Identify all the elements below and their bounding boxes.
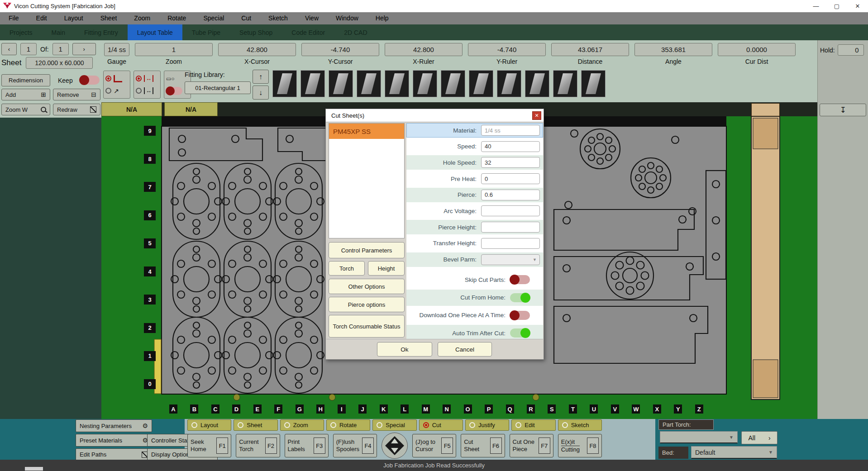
mode-radio-button[interactable]: Justify [465,419,509,431]
toggle-switch[interactable] [510,293,530,302]
all-torches-button[interactable]: All › [741,431,777,444]
close-button[interactable]: ✕ [847,0,868,12]
fitting-thumb-5[interactable] [385,70,409,97]
prev-sheet-button[interactable]: ‹ [1,43,17,55]
function-button[interactable]: CutSheet F6 [461,434,505,457]
parameter-input[interactable] [481,173,540,184]
jog-diamond-button[interactable] [382,433,408,459]
preset-materials-button[interactable]: Preset Materials⚙ [76,434,152,447]
redimension-button[interactable]: Redimension [1,74,50,86]
mode-radio-button[interactable]: Edit [511,419,555,431]
dialog-side-button[interactable]: Height [368,261,405,276]
fitting-thumb-7[interactable] [441,70,465,97]
hold-field[interactable]: 0 [838,44,864,56]
fitting-thumb-1[interactable] [272,70,297,97]
dialog-close-button[interactable]: ✕ [532,111,541,120]
fitting-thumb-2[interactable] [300,70,325,97]
fitting-thumb-10[interactable] [525,70,549,97]
menu-item[interactable]: File [0,12,28,24]
bed-select[interactable]: Default ▼ [691,446,777,459]
toggle-switch[interactable] [510,328,530,338]
drop-to-bottom-button[interactable]: ↧ [820,104,866,116]
next-sheet-button[interactable]: › [72,43,96,55]
menu-item[interactable]: Window [327,12,367,24]
tab[interactable]: Projects [0,24,42,40]
na-tab-right[interactable]: N/A [164,102,218,116]
function-button[interactable]: Cut OnePiece F7 [510,434,553,457]
tab[interactable]: 2D CAD [334,24,377,40]
mode-radio-button[interactable]: Cut [419,419,463,431]
menu-item[interactable]: Sketch [260,12,296,24]
function-button[interactable]: (J)og toCursor F5 [412,434,456,457]
fitting-thumb-3[interactable] [329,70,353,97]
parameter-input[interactable] [481,205,540,216]
menu-item[interactable]: Rotate [159,12,195,24]
dialog-side-button[interactable]: Control Parameters [329,242,405,258]
outer-dimension-option[interactable]: ↔ [136,73,158,84]
mode-radio-button[interactable]: Sheet [234,419,277,431]
menu-item[interactable]: Cut [233,12,260,24]
parameter-input[interactable] [481,190,540,200]
function-button[interactable]: CurrentTorch F2 [236,434,280,457]
menu-item[interactable]: Edit [28,12,56,24]
fitting-thumb-12[interactable] [581,70,606,97]
remove-sheet-button[interactable]: Remove⊟ [53,89,100,100]
sheet-total-field[interactable]: 1 [52,43,69,55]
function-button[interactable]: E(x)itCutting F8 [558,434,602,457]
dialog-side-button[interactable]: Other Options [329,279,405,294]
mode-radio-button[interactable]: Rotate [326,419,370,431]
tab[interactable]: Setup Shop [230,24,282,40]
function-button[interactable]: SeekHome F1 [187,434,231,457]
dialog-side-button[interactable]: Pierce options [329,297,405,312]
fitting-thumb-9[interactable] [497,70,521,97]
toggle-switch[interactable] [510,275,530,284]
dialog-title-bar[interactable]: Cut Sheet(s) ✕ [326,109,544,122]
cancel-button[interactable]: Cancel [438,342,492,357]
menu-item[interactable]: Help [367,12,397,24]
fitting-scroll-down-button[interactable]: ↓ [253,86,269,100]
parameter-input[interactable] [481,222,540,233]
toggle-switch[interactable] [510,311,530,320]
angle-mode-option[interactable]: ↗ [105,86,128,96]
torch-list[interactable]: PM45XP SS [329,123,405,238]
ok-button[interactable]: Ok [377,342,432,357]
mode-radio-button[interactable]: Zoom [280,419,324,431]
fitting-thumb-8[interactable] [469,70,493,97]
menu-item[interactable]: Zoom [125,12,159,24]
tab[interactable]: Main [42,24,75,40]
add-sheet-button[interactable]: Add⊞ [1,89,50,100]
tab[interactable]: Layout Table [128,24,182,40]
function-button[interactable]: PrintLabels F3 [285,434,329,457]
mode-radio-button[interactable]: Layout [187,419,231,431]
function-button[interactable]: (F)lushSpoolers F4 [333,434,377,457]
mode-radio-button[interactable]: Sketch [558,419,602,431]
fitting-library-select[interactable]: 01-Rectangular 1 [185,81,251,94]
edit-paths-button[interactable]: Edit Paths [76,448,152,461]
minimize-button[interactable]: — [806,0,826,12]
parameter-input[interactable] [481,157,540,168]
ruler-mode-option[interactable] [105,73,128,84]
tab[interactable]: Code Editor [282,24,334,40]
parameter-input[interactable] [481,254,540,265]
fitting-thumb-11[interactable] [553,70,577,97]
zoom-window-button[interactable]: Zoom W [1,104,50,115]
mode-radio-button[interactable]: Special [372,419,416,431]
dialog-side-button[interactable]: Torch [329,261,365,276]
tab[interactable]: Fitting Entry [75,24,128,40]
snap-toggle[interactable] [166,87,182,95]
redraw-button[interactable]: Redraw [53,104,100,115]
fitting-thumb-4[interactable] [357,70,381,97]
na-tab-left[interactable]: N/A [101,102,162,116]
parameter-input[interactable] [481,141,540,152]
torch-list-item[interactable]: PM45XP SS [329,124,404,139]
menu-item[interactable]: Sheet [92,12,126,24]
parameter-input[interactable] [481,238,540,249]
keep-toggle[interactable] [80,76,100,85]
part-torch-select[interactable]: ▼ [660,431,738,443]
sheet-page-field[interactable]: 1 [20,43,37,55]
parameter-input[interactable] [481,125,540,136]
tab[interactable]: Tube Pipe [182,24,230,40]
maximize-button[interactable]: ▢ [826,0,847,12]
inner-dimension-option[interactable]: ↔ [136,86,158,96]
dialog-side-button[interactable]: Torch Consumable Status [329,315,405,338]
